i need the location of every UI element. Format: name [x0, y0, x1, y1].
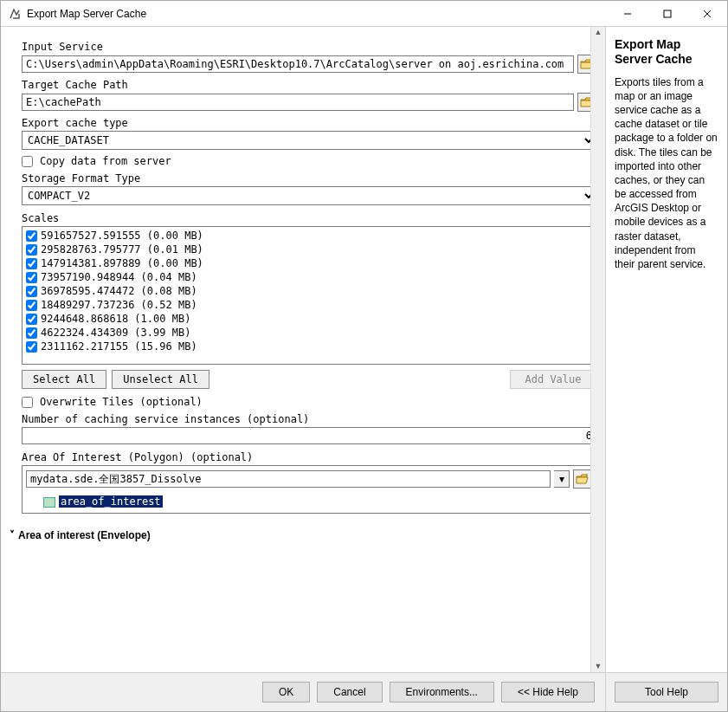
scale-checkbox[interactable] — [26, 286, 37, 297]
scale-label: 18489297.737236 (0.52 MB) — [41, 299, 197, 311]
scale-label: 147914381.897889 (0.00 MB) — [41, 257, 203, 269]
instances-label: Number of caching service instances (opt… — [22, 413, 596, 425]
storage-format-select[interactable]: COMPACT_V2 — [22, 186, 596, 205]
scale-label: 2311162.217155 (15.96 MB) — [41, 340, 197, 353]
aoi-sublayer-row[interactable]: area_of_interest — [23, 492, 596, 513]
aoi-polygon-field[interactable] — [26, 470, 551, 488]
scale-checkbox[interactable] — [26, 314, 37, 325]
scroll-down-icon: ▼ — [595, 663, 602, 670]
maximize-button[interactable] — [647, 1, 687, 27]
export-type-select[interactable]: CACHE_DATASET — [22, 131, 596, 150]
aoi-polygon-box: ▾ area_of_interest — [22, 465, 596, 514]
select-all-button[interactable]: Select All — [22, 370, 106, 389]
minimize-button[interactable] — [608, 1, 647, 27]
scale-checkbox[interactable] — [26, 230, 37, 242]
scale-checkbox[interactable] — [26, 244, 37, 256]
overwrite-tiles-checkbox[interactable] — [22, 397, 33, 408]
scale-label: 73957190.948944 (0.04 MB) — [41, 271, 197, 283]
hide-help-button[interactable]: << Hide Help — [501, 682, 595, 702]
target-cache-label: Target Cache Path — [22, 79, 596, 91]
storage-format-label: Storage Format Type — [22, 172, 596, 184]
aoi-sublayer-label: area_of_interest — [59, 495, 163, 508]
copy-data-checkbox[interactable] — [22, 156, 33, 167]
scales-label: Scales — [22, 212, 596, 224]
scale-label: 4622324.434309 (3.99 MB) — [41, 327, 190, 339]
scale-item[interactable]: 36978595.474472 (0.08 MB) — [24, 284, 594, 298]
scroll-up-icon: ▲ — [595, 29, 602, 36]
chevron-down-icon: ˅ — [10, 529, 15, 541]
scale-item[interactable]: 9244648.868618 (1.00 MB) — [24, 312, 594, 326]
close-button[interactable] — [687, 1, 727, 27]
app-icon — [8, 7, 22, 21]
ok-button[interactable]: OK — [262, 682, 310, 702]
svg-rect-1 — [664, 10, 671, 17]
polygon-layer-icon — [43, 497, 55, 508]
browse-aoi-button[interactable] — [573, 469, 592, 489]
scale-checkbox[interactable] — [26, 272, 37, 283]
scale-item[interactable]: 18489297.737236 (0.52 MB) — [24, 298, 594, 312]
folder-open-icon — [576, 473, 589, 485]
cancel-button[interactable]: Cancel — [317, 682, 382, 702]
add-value-button[interactable]: Add Value — [510, 370, 596, 389]
help-title: Export Map Server Cache — [615, 37, 718, 67]
scale-item[interactable]: 147914381.897889 (0.00 MB) — [24, 256, 594, 270]
scale-label: 295828763.795777 (0.01 MB) — [41, 243, 203, 256]
aoi-polygon-label: Area Of Interest (Polygon) (optional) — [22, 451, 596, 463]
titlebar: Export Map Server Cache — [1, 1, 727, 27]
export-type-label: Export cache type — [22, 117, 596, 129]
scale-checkbox[interactable] — [26, 258, 37, 269]
instances-field[interactable] — [22, 427, 596, 444]
scale-item[interactable]: 295828763.795777 (0.01 MB) — [24, 243, 594, 256]
aoi-envelope-section[interactable]: ˅ Area of interest (Envelope) — [10, 529, 596, 541]
copy-data-label: Copy data from server — [40, 155, 171, 167]
scale-label: 9244648.868618 (1.00 MB) — [41, 313, 190, 325]
help-panel: Export Map Server Cache Exports tiles fr… — [606, 27, 727, 672]
tool-help-button[interactable]: Tool Help — [615, 682, 718, 702]
aoi-envelope-label: Area of interest (Envelope) — [18, 529, 151, 541]
environments-button[interactable]: Environments... — [390, 682, 494, 702]
input-service-label: Input Service — [22, 41, 596, 53]
help-text: Exports tiles from a map or an image ser… — [615, 75, 718, 272]
chevron-down-icon: ▾ — [559, 473, 564, 485]
window-title: Export Map Server Cache — [27, 8, 146, 20]
target-cache-field[interactable] — [22, 94, 574, 111]
scales-listbox[interactable]: 591657527.591555 (0.00 MB)295828763.7957… — [22, 226, 596, 365]
dialog-button-bar: OK Cancel Environments... << Hide Help — [1, 672, 605, 711]
aoi-polygon-dropdown[interactable]: ▾ — [554, 470, 570, 488]
scale-checkbox[interactable] — [26, 341, 37, 353]
form-area: Input Service Target Cache Path Export c… — [1, 27, 605, 672]
scale-checkbox[interactable] — [26, 327, 37, 339]
scale-label: 36978595.474472 (0.08 MB) — [41, 285, 197, 297]
scale-item[interactable]: 73957190.948944 (0.04 MB) — [24, 270, 594, 284]
scale-checkbox[interactable] — [26, 300, 37, 311]
unselect-all-button[interactable]: Unselect All — [112, 370, 209, 389]
scale-item[interactable]: 2311162.217155 (15.96 MB) — [24, 340, 594, 353]
form-scrollbar[interactable]: ▲ ▼ — [590, 27, 605, 672]
overwrite-tiles-label: Overwrite Tiles (optional) — [40, 396, 203, 408]
scale-label: 591657527.591555 (0.00 MB) — [41, 230, 203, 242]
scale-item[interactable]: 4622324.434309 (3.99 MB) — [24, 326, 594, 340]
input-service-field[interactable] — [22, 55, 574, 73]
scale-item[interactable]: 591657527.591555 (0.00 MB) — [24, 229, 594, 243]
